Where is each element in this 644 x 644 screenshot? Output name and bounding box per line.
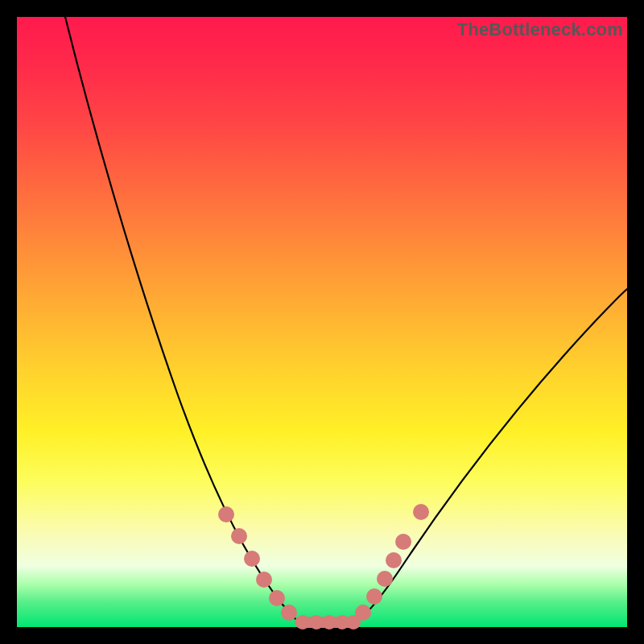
marker-dot [377,571,393,587]
chart-frame: TheBottleneck.com [0,0,644,644]
marker-dot [413,504,429,520]
marker-dot [386,552,402,568]
chart-svg [17,17,627,627]
marker-dot [244,551,260,567]
marker-dot [322,615,336,630]
marker-dot [231,528,247,544]
marker-dot [309,615,324,630]
left-curve [65,17,300,623]
marker-dot [366,588,382,605]
marker-dot [256,572,272,588]
right-curve [353,289,627,623]
marker-dot [269,590,285,606]
marker-dot [218,506,234,522]
watermark-text: TheBottleneck.com [457,19,623,40]
marker-dot [395,534,411,550]
marker-dot [281,605,297,621]
marker-dot [355,605,371,621]
marker-dot [295,615,310,630]
